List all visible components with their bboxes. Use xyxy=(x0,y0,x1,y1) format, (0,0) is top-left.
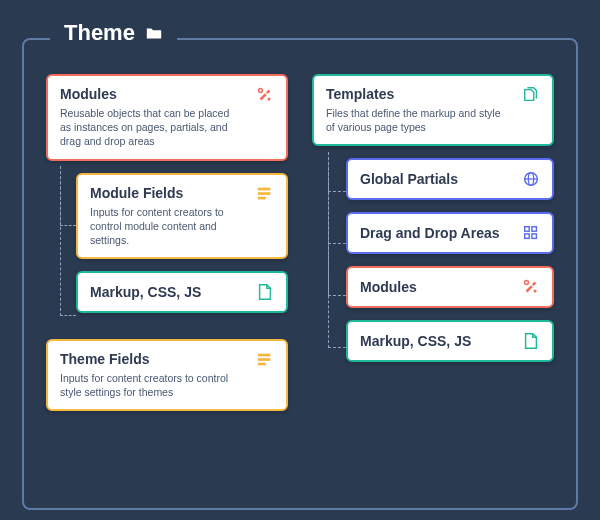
card-module-fields: Module Fields Inputs for content creator… xyxy=(76,173,288,260)
card-desc: Inputs for content creators to control m… xyxy=(90,205,246,248)
list-icon xyxy=(256,351,274,369)
card-global-partials: Global Partials xyxy=(346,158,554,200)
tools-icon xyxy=(522,278,540,296)
right-column: Templates Files that define the markup a… xyxy=(312,74,554,508)
frame-title: Theme xyxy=(50,20,177,46)
left-column: Modules Reusable objects that can be pla… xyxy=(46,74,288,508)
card-title: Drag and Drop Areas xyxy=(360,225,500,241)
card-desc: Inputs for content creators to control s… xyxy=(60,371,240,399)
tools-icon xyxy=(256,86,274,104)
globe-icon xyxy=(522,170,540,188)
card-title: Module Fields xyxy=(90,185,246,201)
card-modules-right: Modules xyxy=(346,266,554,308)
card-drag-drop: Drag and Drop Areas xyxy=(346,212,554,254)
connector xyxy=(328,152,346,348)
card-title: Templates xyxy=(326,86,506,102)
list-icon xyxy=(256,185,274,203)
card-desc: Reusable objects that can be placed as i… xyxy=(60,106,240,149)
card-markup-left: Markup, CSS, JS xyxy=(76,271,288,313)
card-title: Modules xyxy=(360,279,417,295)
card-markup-right: Markup, CSS, JS xyxy=(346,320,554,362)
card-modules: Modules Reusable objects that can be pla… xyxy=(46,74,288,161)
card-theme-fields: Theme Fields Inputs for content creators… xyxy=(46,339,288,411)
card-title: Modules xyxy=(60,86,240,102)
folder-swap-icon xyxy=(145,24,163,42)
grid-icon xyxy=(522,224,540,242)
files-icon xyxy=(522,86,540,104)
card-title: Global Partials xyxy=(360,171,458,187)
card-title: Markup, CSS, JS xyxy=(90,284,201,300)
file-icon xyxy=(256,283,274,301)
card-templates: Templates Files that define the markup a… xyxy=(312,74,554,146)
card-title: Theme Fields xyxy=(60,351,240,367)
connector xyxy=(60,166,76,316)
frame-title-text: Theme xyxy=(64,20,135,46)
card-desc: Files that define the markup and style o… xyxy=(326,106,506,134)
card-title: Markup, CSS, JS xyxy=(360,333,471,349)
file-icon xyxy=(522,332,540,350)
